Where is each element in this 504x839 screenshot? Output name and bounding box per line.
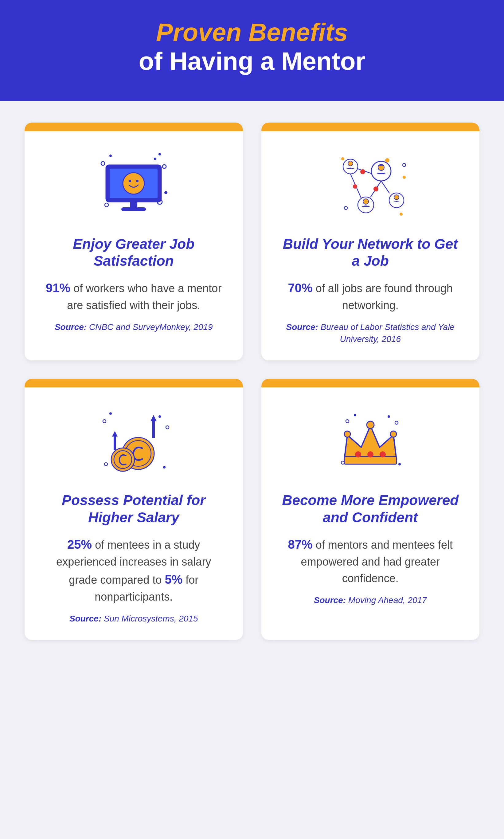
svg-point-22 xyxy=(394,195,399,200)
svg-marker-48 xyxy=(112,431,118,436)
card-text-2: 70% of all jobs are found through networ… xyxy=(280,279,461,314)
svg-point-2 xyxy=(154,158,156,160)
card-source-text-4: Moving Ahead, 2017 xyxy=(346,595,427,605)
card-job-satisfaction: Enjoy Greater Job Satisfaction 91% of wo… xyxy=(24,123,243,361)
svg-point-3 xyxy=(162,165,166,168)
svg-point-50 xyxy=(346,420,349,423)
svg-point-1 xyxy=(109,155,112,157)
svg-point-9 xyxy=(136,180,139,182)
svg-point-7 xyxy=(123,173,144,194)
card-source-4: Source: Moving Ahead, 2017 xyxy=(280,594,461,606)
svg-point-27 xyxy=(360,169,365,174)
card-icon-crown xyxy=(262,387,480,492)
svg-point-61 xyxy=(367,451,374,458)
svg-point-0 xyxy=(101,162,105,165)
svg-rect-47 xyxy=(152,421,155,438)
monitor-icon xyxy=(94,146,174,227)
card-title-4: Become More Empowered and Confident xyxy=(280,492,461,525)
svg-rect-49 xyxy=(114,436,116,450)
page-header: Proven Benefits of Having a Mentor xyxy=(0,0,504,101)
card-title-2: Build Your Network to Get a Job xyxy=(280,236,461,269)
svg-point-32 xyxy=(403,176,406,179)
svg-point-60 xyxy=(355,451,361,458)
svg-line-25 xyxy=(381,181,390,193)
card-title-1: Enjoy Greater Job Satisfaction xyxy=(43,236,224,269)
svg-point-36 xyxy=(103,420,106,423)
card-empowered: Become More Empowered and Confident 87% … xyxy=(262,379,480,640)
card-build-network: Build Your Network to Get a Job 70% of a… xyxy=(262,123,480,361)
card-title-3: Possess Potential for Higher Salary xyxy=(43,492,224,525)
svg-point-28 xyxy=(374,186,378,191)
svg-marker-46 xyxy=(150,415,157,421)
card-text-1: 91% of workers who have a mentor are sat… xyxy=(43,279,224,314)
svg-point-4 xyxy=(159,153,161,156)
card-source-2: Source: Bureau of Labor Statistics and Y… xyxy=(280,321,461,345)
card-content-3: Possess Potential for Higher Salary 25% … xyxy=(24,492,243,625)
svg-point-14 xyxy=(164,191,167,194)
card-higher-salary: Possess Potential for Higher Salary 25% … xyxy=(24,379,243,640)
card-text-4: 87% of mentors and mentees felt empowere… xyxy=(280,535,461,587)
svg-point-20 xyxy=(363,199,368,204)
card-icon-job-satisfaction xyxy=(24,131,243,236)
svg-point-39 xyxy=(166,426,169,429)
crown-icon xyxy=(330,403,410,483)
card-stat-3: 25% xyxy=(67,538,92,551)
salary-icon xyxy=(94,403,174,483)
svg-point-33 xyxy=(400,213,403,216)
card-source-label-1: Source: xyxy=(55,322,87,332)
card-top-bar-2 xyxy=(262,123,480,131)
svg-point-18 xyxy=(348,161,353,166)
card-text-after-1: of workers who have a mentor are satisfi… xyxy=(67,282,221,311)
card-top-bar-4 xyxy=(262,379,480,387)
card-icon-salary xyxy=(24,387,243,492)
card-source-3: Source: Sun Microsystems, 2015 xyxy=(43,612,224,625)
svg-point-53 xyxy=(395,421,398,424)
svg-point-57 xyxy=(367,421,374,429)
card-content-4: Become More Empowered and Confident 87% … xyxy=(262,492,480,625)
svg-point-44 xyxy=(111,448,134,471)
card-top-bar-3 xyxy=(24,379,243,387)
svg-point-41 xyxy=(163,466,165,468)
svg-point-13 xyxy=(105,203,108,207)
svg-rect-10 xyxy=(130,202,137,208)
svg-point-38 xyxy=(159,415,161,418)
svg-point-51 xyxy=(354,414,356,416)
card-text-3: 25% of mentees in a study experienced in… xyxy=(43,535,224,605)
cards-grid: Enjoy Greater Job Satisfaction 91% of wo… xyxy=(0,101,504,661)
card-source-text-2: Bureau of Labor Statistics and Yale Univ… xyxy=(318,322,454,344)
svg-point-52 xyxy=(388,415,390,418)
card-top-bar-1 xyxy=(24,123,243,131)
svg-rect-11 xyxy=(121,207,146,211)
svg-rect-56 xyxy=(344,457,396,464)
svg-point-31 xyxy=(341,157,344,160)
card-source-1: Source: CNBC and SurveyMonkey, 2019 xyxy=(43,321,224,333)
svg-point-37 xyxy=(109,412,112,415)
svg-point-58 xyxy=(344,431,350,437)
card-content-1: Enjoy Greater Job Satisfaction 91% of wo… xyxy=(24,236,243,345)
svg-point-59 xyxy=(390,431,396,437)
svg-point-62 xyxy=(380,451,386,458)
header-title-line1: Proven Benefits xyxy=(12,18,492,46)
card-icon-network xyxy=(262,131,480,236)
card-stat3-2: 5% xyxy=(165,573,182,586)
svg-point-29 xyxy=(353,184,357,189)
svg-point-34 xyxy=(344,207,347,210)
svg-point-8 xyxy=(129,180,131,182)
card-source-label-4: Source: xyxy=(314,595,346,605)
svg-point-30 xyxy=(385,158,390,162)
card-source-text-1: CNBC and SurveyMonkey, 2019 xyxy=(87,322,213,332)
card-stat-1: 91% xyxy=(46,281,70,294)
card-stat-4: 87% xyxy=(288,538,313,551)
card-content-2: Build Your Network to Get a Job 70% of a… xyxy=(262,236,480,345)
svg-point-35 xyxy=(403,163,406,166)
card-text-after-4: of mentors and mentees felt empowered an… xyxy=(301,538,453,585)
svg-point-40 xyxy=(104,463,108,466)
card-source-text-3: Sun Microsystems, 2015 xyxy=(101,614,198,623)
svg-point-55 xyxy=(398,463,401,465)
card-stat-2: 70% xyxy=(288,281,313,294)
card-text-after-2: of all jobs are found through networking… xyxy=(313,282,453,311)
card-source-label-3: Source: xyxy=(69,614,101,623)
network-icon xyxy=(330,146,410,227)
card-source-label-2: Source: xyxy=(286,322,318,332)
header-title-line2: of Having a Mentor xyxy=(12,46,492,76)
